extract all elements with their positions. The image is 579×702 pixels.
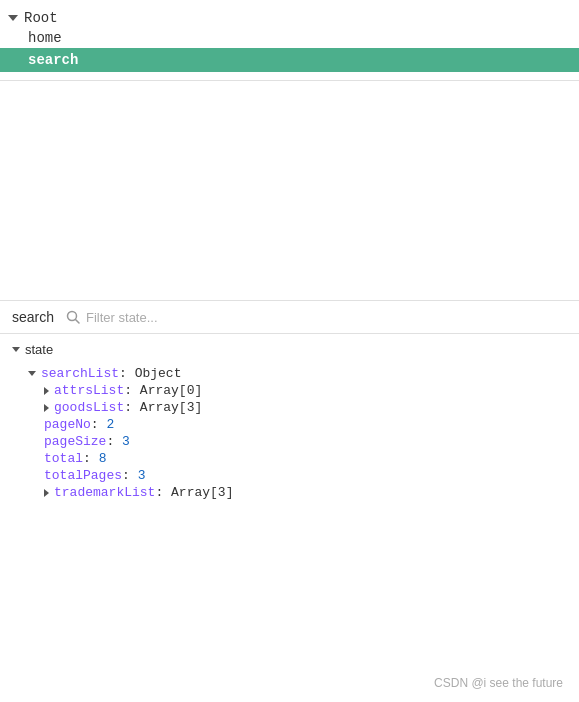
tree-section: Root home search xyxy=(0,0,579,81)
pageno-row: pageNo : 2 xyxy=(12,416,567,433)
totalpages-row: totalPages : 3 xyxy=(12,467,567,484)
searchlist-key: searchList xyxy=(41,366,119,381)
searchlist-type: Object xyxy=(135,366,182,381)
expand-icon xyxy=(8,15,18,21)
root-label: Root xyxy=(24,10,58,26)
attrslist-expand-icon xyxy=(44,387,49,395)
pagesize-value: 3 xyxy=(122,434,130,449)
tree-item-root[interactable]: Root xyxy=(0,8,579,28)
attrslist-key: attrsList xyxy=(54,383,124,398)
trademarklist-key: trademarkList xyxy=(54,485,155,500)
pagesize-row: pageSize : 3 xyxy=(12,433,567,450)
pageno-value: 2 xyxy=(106,417,114,432)
state-header: state xyxy=(12,342,567,357)
filter-placeholder[interactable]: Filter state... xyxy=(86,310,158,325)
search-bar: search Filter state... xyxy=(0,301,579,334)
pagesize-key: pageSize xyxy=(44,434,106,449)
search-icon xyxy=(66,310,80,324)
goodslist-key: goodsList xyxy=(54,400,124,415)
tree-item-search[interactable]: search xyxy=(0,48,579,72)
svg-line-1 xyxy=(76,320,80,324)
goodslist-expand-icon xyxy=(44,404,49,412)
attrslist-row[interactable]: attrsList : Array[0] xyxy=(12,382,567,399)
total-value: 8 xyxy=(99,451,107,466)
state-tree: searchList : Object attrsList : Array[0]… xyxy=(12,365,567,501)
search-nav-label: search xyxy=(28,52,78,68)
totalpages-value: 3 xyxy=(138,468,146,483)
state-label: state xyxy=(25,342,53,357)
watermark: CSDN @i see the future xyxy=(434,676,563,690)
goodslist-value: Array[3] xyxy=(140,400,202,415)
home-label: home xyxy=(28,30,62,46)
searchlist-row[interactable]: searchList : Object xyxy=(12,365,567,382)
goodslist-row[interactable]: goodsList : Array[3] xyxy=(12,399,567,416)
tree-item-home[interactable]: home xyxy=(0,28,579,48)
state-section: state searchList : Object attrsList : Ar… xyxy=(0,334,579,509)
total-row: total : 8 xyxy=(12,450,567,467)
pageno-key: pageNo xyxy=(44,417,91,432)
trademarklist-expand-icon xyxy=(44,489,49,497)
totalpages-key: totalPages xyxy=(44,468,122,483)
trademarklist-value: Array[3] xyxy=(171,485,233,500)
search-bar-label: search xyxy=(12,309,54,325)
empty-area xyxy=(0,81,579,301)
attrslist-value: Array[0] xyxy=(140,383,202,398)
searchlist-expand-icon xyxy=(28,371,36,376)
total-key: total xyxy=(44,451,83,466)
trademarklist-row[interactable]: trademarkList : Array[3] xyxy=(12,484,567,501)
state-expand-icon xyxy=(12,347,20,352)
